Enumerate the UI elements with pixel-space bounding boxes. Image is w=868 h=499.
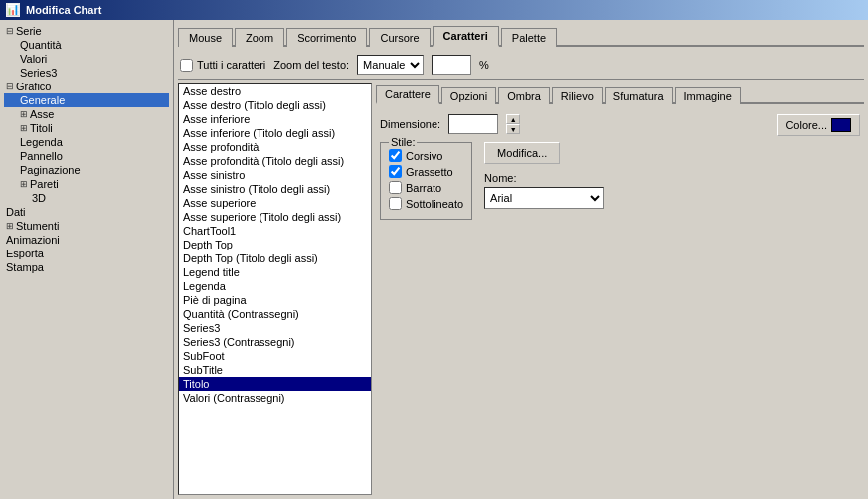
inner-tab-carattere[interactable]: Carattere xyxy=(376,85,439,104)
tree-item-stampa[interactable]: Stampa xyxy=(4,260,169,274)
tree-item-quantita[interactable]: Quantità xyxy=(4,38,169,52)
content-area: Asse destro Asse destro (Titolo degli as… xyxy=(178,83,864,495)
tree-item-3d[interactable]: 3D xyxy=(4,191,169,205)
char-list-item-asse-profondita[interactable]: Asse profondità xyxy=(179,140,371,154)
char-panel: Carattere Opzioni Ombra Rilievo Sfumatur… xyxy=(376,83,864,495)
barrato-checkbox[interactable] xyxy=(389,181,402,194)
main-container: ⊟ Serie Quantità Valori Series3 ⊟ Grafic… xyxy=(0,20,868,499)
corsivo-checkbox[interactable] xyxy=(389,149,402,162)
nome-section: Nome: Arial xyxy=(484,172,604,209)
grassetto-item: Grassetto xyxy=(389,165,463,178)
carattere-content: Dimensione: 8 ▲ ▼ Colore... xyxy=(376,110,864,224)
dimensione-input[interactable]: 8 xyxy=(448,114,498,134)
expand-icon-titoli: ⊞ xyxy=(20,123,28,133)
char-list-item-subtitle[interactable]: SubTitle xyxy=(179,363,371,377)
tree-item-asse[interactable]: ⊞ Asse xyxy=(4,107,169,121)
right-panel: Mouse Zoom Scorrimento Cursore Caratteri… xyxy=(174,20,868,499)
color-swatch xyxy=(831,118,851,132)
tutti-caratteri-label[interactable]: Tutti i caratteri xyxy=(180,59,265,72)
nome-select[interactable]: Arial xyxy=(484,187,604,209)
char-list-item-asse-sinistro[interactable]: Asse sinistro xyxy=(179,168,371,182)
tree-item-series3[interactable]: Series3 xyxy=(4,66,169,80)
tree-item-serie[interactable]: ⊟ Serie xyxy=(4,24,169,38)
char-list-item-asse-destro-titolo[interactable]: Asse destro (Titolo degli assi) xyxy=(179,98,371,112)
zoom-percent-label: % xyxy=(479,59,489,71)
char-list-item-asse-superiore-titolo[interactable]: Asse superiore (Titolo degli assi) xyxy=(179,210,371,224)
tree-item-stumenti[interactable]: ⊞ Stumenti xyxy=(4,219,169,233)
tree-item-paginazione[interactable]: Paginazione xyxy=(4,163,169,177)
sottolineato-item: Sottolineato xyxy=(389,197,463,210)
inner-tab-opzioni[interactable]: Opzioni xyxy=(441,87,496,104)
app-icon: 📊 xyxy=(6,3,20,17)
tree-item-generale[interactable]: Generale xyxy=(4,93,169,107)
tab-cursore[interactable]: Cursore xyxy=(369,28,430,47)
tree-item-legenda[interactable]: Legenda xyxy=(4,135,169,149)
char-list[interactable]: Asse destro Asse destro (Titolo degli as… xyxy=(178,83,372,495)
stile-group: Stile: Corsivo Grassetto B xyxy=(380,142,472,220)
corsivo-label[interactable]: Corsivo xyxy=(406,150,442,162)
char-list-item-quantita[interactable]: Quantità (Contrassegni) xyxy=(179,307,371,321)
char-list-item-series3[interactable]: Series3 xyxy=(179,321,371,335)
dimensione-label: Dimensione: xyxy=(380,118,440,130)
inner-tab-ombra[interactable]: Ombra xyxy=(498,87,550,104)
grassetto-checkbox[interactable] xyxy=(389,165,402,178)
inner-tabs: Carattere Opzioni Ombra Rilievo Sfumatur… xyxy=(376,83,864,104)
grassetto-label[interactable]: Grassetto xyxy=(406,166,453,178)
inner-tab-immagine[interactable]: Immagine xyxy=(675,87,741,104)
char-list-item-charttool1[interactable]: ChartTool1 xyxy=(179,224,371,238)
tree-item-esporta[interactable]: Esporta xyxy=(4,247,169,260)
zoom-mode-select[interactable]: Manuale xyxy=(357,55,424,75)
char-list-item-subfoot[interactable]: SubFoot xyxy=(179,349,371,363)
tab-zoom[interactable]: Zoom xyxy=(235,28,284,47)
char-list-item-asse-profondita-titolo[interactable]: Asse profondità (Titolo degli assi) xyxy=(179,154,371,168)
tree-item-pannello[interactable]: Pannello xyxy=(4,149,169,163)
tab-scorrimento[interactable]: Scorrimento xyxy=(286,28,367,47)
barrato-label[interactable]: Barrato xyxy=(406,182,441,194)
corsivo-item: Corsivo xyxy=(389,149,463,162)
zoom-value-input[interactable]: 100 xyxy=(432,55,471,75)
char-list-item-asse-sinistro-titolo[interactable]: Asse sinistro (Titolo degli assi) xyxy=(179,182,371,196)
tree-item-titoli[interactable]: ⊞ Titoli xyxy=(4,121,169,135)
zoom-row: Tutti i caratteri Zoom del testo: Manual… xyxy=(178,51,864,80)
char-list-item-asse-destro[interactable]: Asse destro xyxy=(179,84,371,98)
top-tabs: Mouse Zoom Scorrimento Cursore Caratteri… xyxy=(178,24,864,47)
char-list-item-legend-title[interactable]: Legend title xyxy=(179,265,371,279)
char-list-item-depth-top[interactable]: Depth Top xyxy=(179,238,371,251)
tree-item-grafico[interactable]: ⊟ Grafico xyxy=(4,80,169,93)
char-list-item-titolo[interactable]: Titolo xyxy=(179,377,371,391)
tab-palette[interactable]: Palette xyxy=(501,28,557,47)
dim-color-row: Dimensione: 8 ▲ ▼ Colore... xyxy=(380,114,860,136)
char-list-item-depth-top-titolo[interactable]: Depth Top (Titolo degli assi) xyxy=(179,251,371,265)
char-list-item-pie-di-pagina[interactable]: Piè di pagina xyxy=(179,293,371,307)
tab-caratteri[interactable]: Caratteri xyxy=(433,26,499,47)
inner-tab-rilievo[interactable]: Rilievo xyxy=(552,87,603,104)
char-list-item-asse-inferiore[interactable]: Asse inferiore xyxy=(179,112,371,126)
char-list-item-legenda[interactable]: Legenda xyxy=(179,279,371,293)
dimensione-up-button[interactable]: ▲ xyxy=(506,114,520,124)
tree-item-dati[interactable]: Dati xyxy=(4,205,169,219)
barrato-item: Barrato xyxy=(389,181,463,194)
tutti-caratteri-checkbox[interactable] xyxy=(180,59,193,72)
expand-icon-serie: ⊟ xyxy=(6,26,14,36)
inner-tab-sfumatura[interactable]: Sfumatura xyxy=(605,87,673,104)
expand-icon-pareti: ⊞ xyxy=(20,179,28,189)
tree-item-valori[interactable]: Valori xyxy=(4,52,169,66)
modifica-button[interactable]: Modifica... xyxy=(484,142,560,164)
char-list-item-series3-contrassegni[interactable]: Series3 (Contrassegni) xyxy=(179,335,371,349)
sottolineato-checkbox[interactable] xyxy=(389,197,402,210)
char-list-item-valori-contrassegni[interactable]: Valori (Contrassegni) xyxy=(179,391,371,405)
expand-icon-asse: ⊞ xyxy=(20,109,28,119)
char-list-item-asse-superiore[interactable]: Asse superiore xyxy=(179,196,371,210)
dimensione-down-button[interactable]: ▼ xyxy=(506,124,520,134)
tree-item-pareti[interactable]: ⊞ Pareti xyxy=(4,177,169,191)
dim-row: Dimensione: 8 ▲ ▼ xyxy=(380,114,520,134)
colore-button[interactable]: Colore... xyxy=(777,114,860,136)
expand-icon-grafico: ⊟ xyxy=(6,82,14,91)
char-list-item-asse-inferiore-titolo[interactable]: Asse inferiore (Titolo degli assi) xyxy=(179,126,371,140)
title-bar-text: Modifica Chart xyxy=(26,4,101,16)
sottolineato-label[interactable]: Sottolineato xyxy=(406,198,463,210)
tree-item-animazioni[interactable]: Animazioni xyxy=(4,233,169,247)
nome-label: Nome: xyxy=(484,172,604,184)
tab-mouse[interactable]: Mouse xyxy=(178,28,233,47)
zoom-del-testo-label: Zoom del testo: xyxy=(273,59,349,71)
